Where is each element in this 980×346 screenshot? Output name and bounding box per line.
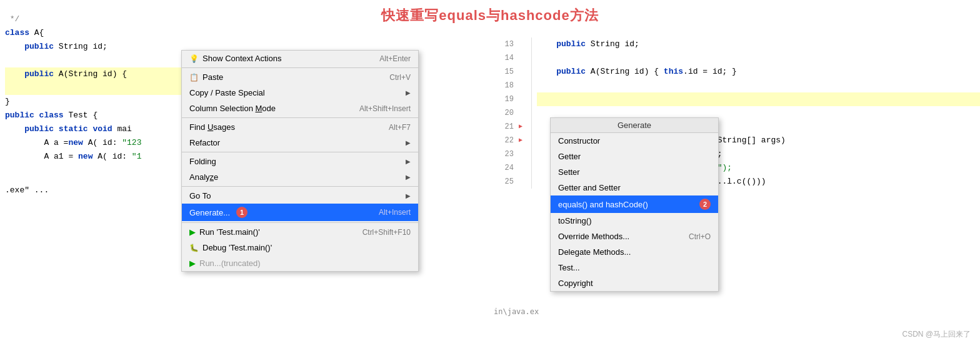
code-line bbox=[537, 92, 980, 106]
watermark: CSDN @马上回来了 bbox=[902, 329, 971, 340]
menu-item-run[interactable]: ▶ Run 'Test.main()' Ctrl+Shift+F10 bbox=[182, 224, 418, 240]
gen-menu-item-setter[interactable]: Setter bbox=[551, 164, 718, 180]
context-menu: Show Context Actions Alt+Enter 📋 Paste C… bbox=[181, 50, 419, 272]
menu-item-refactor[interactable]: Refactor ▶ bbox=[182, 135, 418, 151]
run-icon: ▶ bbox=[189, 227, 196, 237]
code-line: A a =new A( id: "123 bbox=[5, 136, 181, 150]
menu-label: Show Context Actions bbox=[202, 54, 281, 63]
code-line bbox=[537, 79, 980, 92]
lightbulb-icon bbox=[189, 54, 199, 63]
menu-label: Constructor bbox=[558, 136, 600, 146]
menu-item-show-context[interactable]: Show Context Actions Alt+Enter bbox=[182, 51, 418, 66]
menu-label: Copyright bbox=[558, 279, 593, 288]
menu-item-debug[interactable]: 🐛 Debug 'Test.main()' bbox=[182, 240, 418, 255]
gen-menu-item-getter[interactable]: Getter bbox=[551, 149, 718, 164]
shortcut-label: Ctrl+Shift+F10 bbox=[362, 228, 411, 237]
gen-menu-item-equals-hashcode[interactable]: equals() and hashCode() 2 bbox=[551, 195, 718, 213]
gen-menu-item-test[interactable]: Test... bbox=[551, 260, 718, 275]
menu-label: Find Usages bbox=[189, 122, 235, 132]
badge-2: 2 bbox=[699, 199, 711, 210]
code-line: public A(String id) { this.id = id; } bbox=[537, 65, 980, 79]
code-line: public class Test { bbox=[5, 109, 181, 122]
menu-separator bbox=[182, 67, 418, 68]
gen-menu-item-constructor[interactable]: Constructor bbox=[551, 133, 718, 149]
code-line: } bbox=[5, 95, 181, 109]
menu-item-find-usages[interactable]: Find Usages Alt+F7 bbox=[182, 119, 418, 135]
line-number: 13 bbox=[494, 37, 514, 51]
code-line: */ bbox=[5, 12, 181, 26]
menu-label: Debug 'Test.main()' bbox=[202, 243, 272, 252]
line-number: 25 bbox=[494, 175, 514, 189]
menu-label: Paste bbox=[202, 72, 223, 82]
submenu-arrow-icon: ▶ bbox=[406, 89, 411, 96]
menu-label: toString() bbox=[558, 216, 591, 225]
menu-label: Refactor bbox=[189, 138, 220, 147]
line-number: 15 bbox=[494, 65, 514, 79]
shortcut-label: Alt+Enter bbox=[379, 54, 411, 63]
menu-separator bbox=[182, 222, 418, 223]
line-number: 24 bbox=[494, 161, 514, 175]
menu-label: Delegate Methods... bbox=[558, 247, 631, 257]
menu-item-paste[interactable]: 📋 Paste Ctrl+V bbox=[182, 69, 418, 85]
menu-item-goto[interactable]: Go To ▶ bbox=[182, 188, 418, 204]
line-number: 20 bbox=[494, 106, 514, 120]
paste-icon: 📋 bbox=[189, 73, 199, 82]
badge-1: 1 bbox=[236, 207, 248, 218]
menu-separator bbox=[182, 186, 418, 187]
menu-label: Run 'Test.main()' bbox=[199, 227, 260, 237]
menu-item-run2[interactable]: ▶ Run...(truncated) bbox=[182, 255, 418, 271]
code-line bbox=[537, 51, 980, 65]
submenu-arrow-icon: ▶ bbox=[406, 192, 411, 199]
gen-menu-item-tostring[interactable]: toString() bbox=[551, 213, 718, 229]
menu-label: Go To bbox=[189, 191, 211, 200]
code-editor-left: */ class A{ public String id; public A(S… bbox=[0, 0, 181, 325]
line-numbers: 13 14 15 18 19 20 21 22 23 24 25 bbox=[494, 37, 519, 189]
shortcut-label: Alt+Insert bbox=[379, 208, 411, 217]
menu-item-column-selection[interactable]: Column Selection Mode Alt+Shift+Insert bbox=[182, 101, 418, 116]
shortcut-label: Ctrl+O bbox=[689, 232, 711, 241]
line-number: 21 bbox=[494, 120, 514, 134]
code-line: class A{ bbox=[5, 26, 181, 40]
code-line bbox=[5, 81, 181, 95]
menu-separator bbox=[182, 152, 418, 152]
gen-menu-item-copyright[interactable]: Copyright bbox=[551, 275, 718, 291]
menu-item-copy-paste[interactable]: Copy / Paste Special ▶ bbox=[182, 85, 418, 101]
code-line bbox=[5, 164, 181, 177]
generate-submenu: Generate Constructor Getter Setter Gette… bbox=[550, 117, 719, 292]
debug-icon: 🐛 bbox=[189, 244, 199, 252]
generate-menu-header: Generate bbox=[551, 118, 718, 133]
code-line: .exe" ... bbox=[5, 184, 181, 197]
menu-label: Setter bbox=[558, 167, 580, 177]
submenu-arrow-icon: ▶ bbox=[406, 139, 411, 146]
menu-label: Folding bbox=[189, 157, 216, 166]
shortcut-label: Alt+Shift+Insert bbox=[359, 104, 411, 113]
menu-item-analyze[interactable]: Analyze ▶ bbox=[182, 169, 418, 185]
line-number: 22 bbox=[494, 134, 514, 147]
gen-menu-item-delegate[interactable]: Delegate Methods... bbox=[551, 244, 718, 260]
menu-item-generate[interactable]: Generate... 1 Alt+Insert bbox=[182, 204, 418, 221]
gen-menu-item-override[interactable]: Override Methods... Ctrl+O bbox=[551, 229, 718, 244]
line-number: 14 bbox=[494, 51, 514, 65]
submenu-arrow-icon: ▶ bbox=[406, 174, 411, 180]
menu-label: Getter and Setter bbox=[558, 183, 621, 192]
menu-label: Test... bbox=[558, 263, 580, 272]
menu-label: equals() and hashCode() bbox=[558, 200, 648, 209]
code-line: A a1 = new A( id: "1 bbox=[5, 150, 181, 164]
line-number: 23 bbox=[494, 147, 514, 161]
java-path: in\java.ex bbox=[494, 305, 539, 319]
gen-menu-item-getter-setter[interactable]: Getter and Setter bbox=[551, 180, 718, 195]
run2-icon: ▶ bbox=[189, 259, 196, 268]
shortcut-label: Alt+F7 bbox=[389, 123, 411, 132]
menu-item-folding[interactable]: Folding ▶ bbox=[182, 154, 418, 169]
menu-label: Generate... bbox=[189, 208, 230, 217]
menu-label: Run...(truncated) bbox=[199, 259, 261, 268]
arrow-column: ▶ ▶ bbox=[519, 37, 531, 189]
code-line: public A(String id) { bbox=[5, 67, 181, 81]
code-line: public static void mai bbox=[5, 122, 181, 136]
menu-label: Getter bbox=[558, 152, 581, 161]
shortcut-label: Ctrl+V bbox=[389, 73, 411, 82]
code-line: public String id; bbox=[5, 40, 181, 54]
menu-separator bbox=[182, 117, 418, 118]
line-number: 19 bbox=[494, 92, 514, 106]
menu-label: Analyze bbox=[189, 172, 218, 182]
